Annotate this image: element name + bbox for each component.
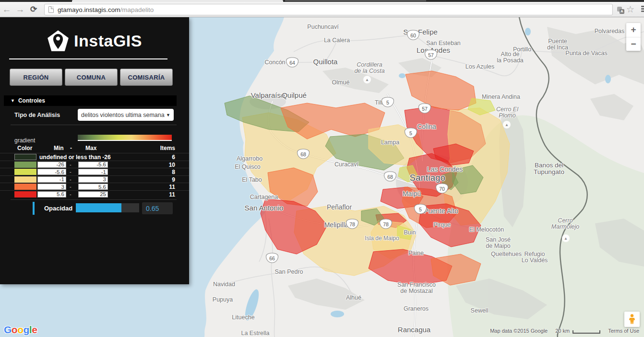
map-place-label: Cerro ElPlomo [496,106,518,118]
legend-header-dash: - [70,145,72,151]
analysis-type-label: Tipo de Análisis [14,112,60,118]
gradient-label: gradient [14,137,35,144]
map-place-label: El Tabo [242,176,262,183]
map-place-label: Peñaflor [327,203,352,211]
map-place-label: Buin [404,229,416,236]
analysis-type-value: delitos violentos ultima semana [81,112,165,118]
map-place-label: El Quisco [235,163,261,170]
analysis-type-select[interactable]: delitos violentos ultima semana ▼ [78,109,174,121]
opacity-label: Opacidad [44,205,72,212]
map-place-label: Quilpué [282,91,307,99]
browser-menu-icon[interactable] [641,6,644,13]
map-place-label: Queltehues [491,251,522,257]
controls-section-header[interactable]: ▼ Controles [4,95,177,106]
select-chevron-down-icon: ▼ [166,113,170,117]
legend-items-count: 10 [169,162,175,168]
url-bar[interactable]: gtamayo.instagis.com/mapadelito [44,4,613,15]
map-place-label: Cordillerade la Costa [354,62,384,74]
map-place-label: Pirque [433,221,451,228]
back-button[interactable]: ← [0,3,13,16]
forward-button[interactable]: → [13,3,27,16]
pegman-streetview-control[interactable] [624,312,640,327]
map-place-label: La Estrella [241,330,269,337]
zoom-out-button[interactable]: − [626,37,641,51]
tab-región[interactable]: REGIÓN [10,69,62,86]
opacity-value-field[interactable]: 0.65 [142,202,173,214]
legend-color-swatch [14,169,36,175]
map-place-label: San Antonio [245,204,284,212]
legend-color-swatch [14,154,36,160]
opacity-value: 0.65 [146,205,159,212]
map-place-label: Las Condes [427,165,463,173]
terms-of-use-link[interactable]: Terms of Use [608,328,639,334]
map-place-label: CerroMarmolejo [551,218,579,230]
legend-dash: - [70,162,72,167]
map-place-label: Concón [264,59,285,66]
map-attribution-bar: Map data ©2015 Google 20 km Terms of Use [490,328,639,334]
logo-row: InstaGIS [0,30,189,52]
browser-chrome: ← → ⟳ gtamayo.instagis.com/mapadelito A … [0,0,644,17]
legend-max-input[interactable] [78,162,108,168]
map-place-label: Colina [417,123,436,130]
google-logo-letter: g [24,324,29,335]
scale-bar [572,330,600,334]
legend-max-input[interactable] [78,184,108,190]
map-place-label: Punta de Vacas [565,50,607,57]
legend-min-input[interactable] [37,191,66,198]
legend-min-input[interactable] [37,184,66,190]
map-attribution: Map data ©2015 Google [490,328,548,334]
region-polygon[interactable] [405,71,476,110]
zoom-in-button[interactable]: + [626,23,641,37]
url-path: /mapadelito [120,6,154,13]
gradient-color-bar[interactable] [78,135,172,141]
section-divider [11,125,177,125]
map-place-label: Quillota [313,58,338,66]
legend-header-items: Items [160,145,175,151]
map-place-label: Isla de Maipo [365,235,399,242]
legend-header-min: Min [54,145,64,151]
map-place-label: Cartagena [250,194,278,200]
map-place-label: Litueche [232,314,254,321]
map-place-label: Puente Alto [424,207,458,215]
map-place-label: Rancagua [398,325,430,334]
google-logo[interactable]: Google [4,324,37,336]
map-place-label: Olmué [332,79,350,86]
google-logo-letter: G [4,324,12,335]
legend-row: -10 [0,161,189,168]
reload-button[interactable]: ⟳ [27,3,40,16]
map-place-label: RefugioLo Valdés [522,251,548,263]
app-window: ← → ⟳ gtamayo.instagis.com/mapadelito A … [0,0,644,337]
legend-max-input[interactable] [78,169,108,175]
map-place-label: Alto dela Posada [497,51,524,63]
pegman-icon [629,314,635,325]
bookmark-star-icon[interactable]: ☆ [626,4,634,15]
map-zoom-control: + − [626,23,641,51]
legend-color-swatch [14,162,36,168]
url-host: gtamayo.instagis.com [58,6,120,13]
map-place-label: Algarrobo [237,155,262,162]
tab-comuna[interactable]: COMUNA [65,69,118,86]
map-place-label: Lampa [381,139,399,146]
map-place-label: Pupuya [213,296,233,303]
legend-min-input[interactable] [37,162,66,168]
map-scale-control[interactable]: 20 km [555,328,600,334]
legend-header-max: Max [85,145,96,151]
google-logo-letter: o [12,324,17,335]
translate-icon[interactable]: A [617,7,624,14]
controls-header-label: Controles [18,97,45,104]
legend-row: -9 [0,175,189,183]
map-place-label: La Calera [324,37,350,44]
legend-dash: - [70,169,72,174]
map-place-label: Polvaredas [595,28,625,35]
tab-comisaría[interactable]: COMISARÍA [120,69,173,86]
map-place-label: Sewell [471,307,489,314]
browser-toolbar: ← → ⟳ gtamayo.instagis.com/mapadelito A … [0,2,644,17]
background-tab[interactable] [285,0,426,1]
instagis-pin-logo-icon [47,30,69,52]
legend-max-input[interactable] [78,191,108,198]
opacity-accent-bar [33,202,35,215]
legend-max-input[interactable] [78,176,108,183]
legend-min-input[interactable] [37,176,66,183]
legend-min-input[interactable] [37,169,66,175]
opacity-slider[interactable] [76,203,139,212]
